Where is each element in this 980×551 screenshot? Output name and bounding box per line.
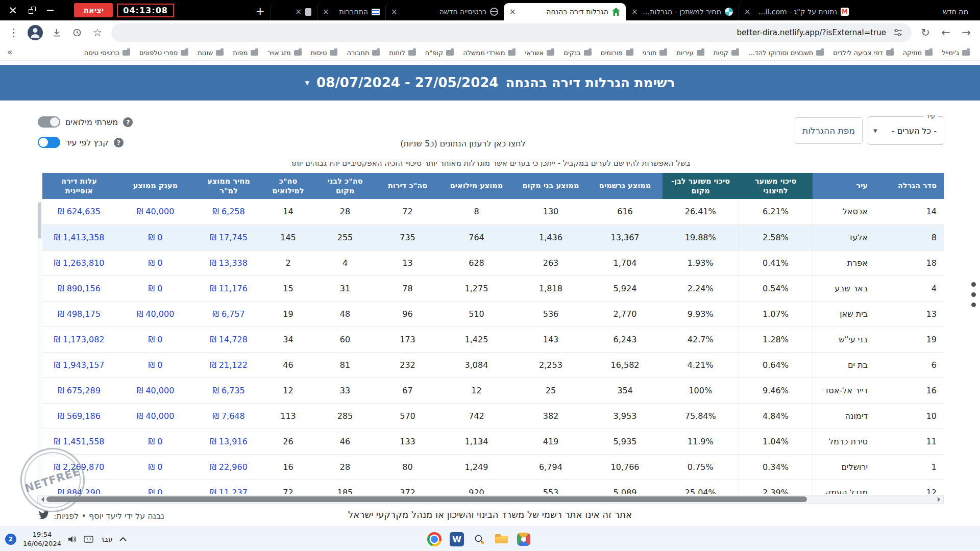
bookmark-item[interactable]: ספרי טלפונים xyxy=(135,47,192,58)
value-cell[interactable]: ₪ 0 xyxy=(116,327,195,352)
scroll-right-arrow-icon[interactable] xyxy=(935,495,943,503)
back-icon[interactable] xyxy=(960,26,973,39)
value-cell[interactable]: ₪ 14,728 xyxy=(195,327,262,352)
value-cell[interactable]: ₪ 11,176 xyxy=(195,276,262,301)
value-cell[interactable]: ₪ 13,338 xyxy=(195,250,262,276)
bookmark-item[interactable]: ג'ימייל xyxy=(938,47,974,58)
value-cell[interactable]: ₪ 0 xyxy=(116,352,195,378)
browser-tab[interactable]: הגרלות דירה בהנחה xyxy=(504,3,626,20)
value-cell[interactable]: ₪ 13,916 xyxy=(195,429,262,454)
city-filter-select[interactable]: עיר - כל הערים - xyxy=(868,116,944,145)
scrollbar-thumb[interactable] xyxy=(46,496,807,502)
value-cell[interactable]: ₪ 498,175 xyxy=(42,301,116,327)
bookmark-item[interactable]: דפי צביעה לילדים xyxy=(829,47,897,58)
tab-close-icon[interactable] xyxy=(744,7,751,16)
help-icon[interactable] xyxy=(123,117,133,127)
value-cell[interactable]: ₪ 1,451,558 xyxy=(42,429,116,454)
profile-avatar[interactable] xyxy=(28,25,43,40)
photos-taskbar-icon[interactable] xyxy=(517,533,530,546)
forward-icon[interactable] xyxy=(939,26,952,39)
value-cell[interactable]: ₪ 1,263,810 xyxy=(42,250,116,276)
value-cell[interactable]: ₪ 6,757 xyxy=(195,301,262,327)
bookmark-item[interactable]: תחבורה xyxy=(342,47,384,58)
browser-tab[interactable]: מה חדש xyxy=(936,3,974,20)
bookmark-item[interactable]: עיריות xyxy=(672,47,708,58)
value-cell[interactable]: ₪ 0 xyxy=(116,480,195,494)
value-cell[interactable]: ₪ 6,735 xyxy=(195,378,262,403)
bookmark-item[interactable]: פורומים xyxy=(597,47,638,58)
explorer-taskbar-icon[interactable] xyxy=(495,532,509,546)
reserve-toggle[interactable] xyxy=(38,116,60,128)
table-horizontal-scrollbar[interactable] xyxy=(37,495,944,504)
bookmark-item[interactable]: אשראי xyxy=(521,47,558,58)
bookmark-item[interactable]: קופ"ח xyxy=(421,47,458,58)
value-cell[interactable]: ₪ 0 xyxy=(116,454,195,480)
value-cell[interactable]: ₪ 22,960 xyxy=(195,454,262,480)
twitter-icon[interactable] xyxy=(39,510,49,522)
scroll-left-arrow-icon[interactable] xyxy=(38,495,46,503)
window-close-icon[interactable] xyxy=(8,5,17,16)
value-cell[interactable]: ₪ 0 xyxy=(116,429,195,454)
reload-icon[interactable] xyxy=(919,26,932,39)
browser-tab[interactable] xyxy=(270,3,317,20)
value-cell[interactable]: ₪ 17,745 xyxy=(195,224,262,250)
scrollbar-thumb[interactable] xyxy=(38,202,41,239)
bookmark-star-icon[interactable] xyxy=(91,26,104,39)
value-cell[interactable]: ₪ 11,237 xyxy=(195,480,262,494)
address-bar[interactable]: better-dira.netlify.app/?isExternal=true xyxy=(111,23,912,42)
value-cell[interactable]: ₪ 1,943,157 xyxy=(42,352,116,378)
value-cell[interactable]: ₪ 2,269,870 xyxy=(42,454,116,480)
window-minimize-icon[interactable] xyxy=(47,10,54,11)
side-widget-dots[interactable] xyxy=(971,282,976,307)
search-taskbar-icon[interactable] xyxy=(472,532,486,546)
bookmark-item[interactable]: תורני xyxy=(639,47,672,58)
group-by-city-toggle[interactable] xyxy=(38,137,60,148)
netfree-exit-button[interactable]: יציאה xyxy=(74,3,113,17)
tab-close-icon[interactable] xyxy=(391,7,398,16)
value-cell[interactable]: ₪ 0 xyxy=(116,250,195,276)
table-vertical-scrollbar[interactable] xyxy=(37,199,42,494)
refresh-data-link[interactable]: לחצו כאן לרענון הנתונים (כ5 שניות) xyxy=(351,139,575,148)
value-cell[interactable]: ₪ 6,258 xyxy=(195,199,262,224)
bookmark-item[interactable]: לוחות xyxy=(385,47,420,58)
windows-start-icon[interactable] xyxy=(538,532,553,546)
value-cell[interactable]: ₪ 0 xyxy=(116,224,195,250)
bookmark-item[interactable]: קניות xyxy=(709,47,743,58)
value-cell[interactable]: ₪ 569,186 xyxy=(42,403,116,429)
value-cell[interactable]: ₪ 40,000 xyxy=(116,301,195,327)
chevron-down-icon[interactable] xyxy=(305,78,310,88)
language-indicator[interactable]: עבר xyxy=(100,535,113,543)
history-icon[interactable] xyxy=(70,26,84,39)
bookmark-item[interactable]: כרטיסי טיסה xyxy=(80,47,134,58)
tab-close-icon[interactable] xyxy=(509,7,516,16)
bookmark-item[interactable]: מזג אויר xyxy=(263,47,305,58)
value-cell[interactable]: ₪ 1,173,082 xyxy=(42,327,116,352)
browser-tab[interactable]: נתונים על ק"ג - Gmail - ail.com xyxy=(739,3,854,20)
url-text[interactable]: better-dira.netlify.app/?isExternal=true xyxy=(737,28,886,37)
value-cell[interactable]: ₪ 675,289 xyxy=(42,378,116,403)
browser-tab[interactable]: מחיר למשתכן - הגרלות מחיר ל... xyxy=(626,3,739,20)
notification-badge[interactable]: 2 xyxy=(5,534,16,545)
bookmark-item[interactable]: מוזיקה xyxy=(899,47,937,58)
taskbar-chevron-icon[interactable] xyxy=(119,537,127,541)
value-cell[interactable]: ₪ 21,122 xyxy=(195,352,262,378)
bookmark-item[interactable]: טיסות xyxy=(307,47,342,58)
bookmark-item[interactable]: משרדי ממשלה xyxy=(459,47,520,58)
window-restore-icon[interactable] xyxy=(29,7,36,14)
tab-close-icon[interactable] xyxy=(295,7,302,16)
value-cell[interactable]: ₪ 40,000 xyxy=(116,199,195,224)
bookmark-item[interactable]: שונות xyxy=(193,47,228,58)
bookmark-item[interactable]: בנקים xyxy=(559,47,595,58)
downloads-icon[interactable] xyxy=(50,26,63,39)
value-cell[interactable]: ₪ 890,156 xyxy=(42,276,116,301)
value-cell[interactable]: ₪ 0 xyxy=(116,276,195,301)
value-cell[interactable]: ₪ 624,635 xyxy=(42,199,116,224)
chrome-taskbar-icon[interactable] xyxy=(427,532,442,546)
value-cell[interactable]: ₪ 40,000 xyxy=(116,378,195,403)
tab-close-icon[interactable] xyxy=(323,7,329,16)
value-cell[interactable]: ₪ 1,413,358 xyxy=(42,224,116,250)
help-icon[interactable] xyxy=(114,138,124,147)
bookmarks-overflow-icon[interactable] xyxy=(7,47,12,57)
lottery-map-button[interactable]: מפת ההגרלות xyxy=(795,117,863,144)
bookmark-item[interactable]: תשבצים וסודוקו להד... xyxy=(744,47,828,58)
